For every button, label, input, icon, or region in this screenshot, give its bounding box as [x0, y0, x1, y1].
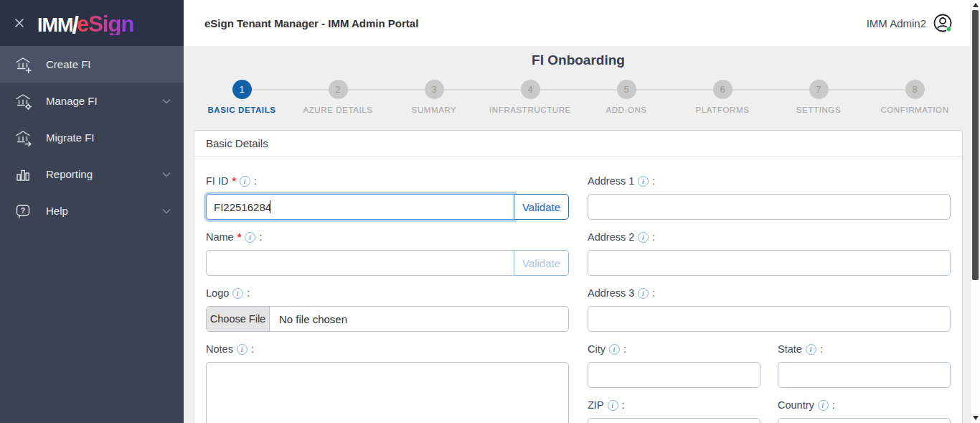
fi-id-field-group: FI ID * i : Validate	[206, 174, 569, 220]
info-icon[interactable]: i	[806, 344, 816, 355]
step-azure-details[interactable]: 2 AZURE DETAILS	[290, 78, 386, 114]
address2-input[interactable]	[588, 250, 951, 276]
wizard-stepper: 1 BASIC DETAILS 2 AZURE DETAILS 3 SUMMAR…	[194, 78, 963, 122]
app-title: eSign Tenant Manager - IMM Admin Portal	[204, 17, 418, 29]
address1-input[interactable]	[588, 194, 951, 220]
user-name: IMM Admin2	[867, 17, 926, 29]
text-cursor	[270, 200, 270, 213]
zip-field-group: ZIP i :	[588, 398, 760, 423]
fi-id-validate-button[interactable]: Validate	[514, 194, 569, 220]
sidebar-item-migrate-fi[interactable]: Migrate FI	[0, 119, 184, 156]
address3-field-group: Address 3 i :	[588, 286, 951, 332]
logo-file-input[interactable]: Choose File No file chosen	[206, 306, 569, 332]
sidebar-item-help[interactable]: ? Help	[0, 192, 184, 229]
chevron-down-icon	[162, 208, 171, 214]
sidebar-item-reporting[interactable]: Reporting	[0, 156, 184, 192]
basic-details-card: Basic Details FI ID * i : Validate	[194, 130, 963, 423]
sidebar-logo-block: IMM / eSign	[0, 0, 184, 46]
info-icon[interactable]: i	[818, 400, 829, 411]
step-number: 4	[521, 80, 540, 99]
name-input[interactable]	[206, 250, 514, 276]
address3-input[interactable]	[588, 306, 951, 332]
info-icon[interactable]: i	[638, 288, 649, 299]
step-infrastructure[interactable]: 4 INFRASTRUCTURE	[482, 78, 578, 114]
step-label: AZURE DETAILS	[303, 106, 372, 114]
scroll-down-arrow-icon[interactable]	[973, 416, 979, 420]
address1-label: Address 1 i :	[588, 174, 951, 188]
city-input[interactable]	[588, 362, 760, 388]
bank-arrow-icon	[14, 129, 32, 147]
brand-slash: /	[72, 12, 78, 37]
step-label: BASIC DETAILS	[207, 106, 275, 114]
step-label: PLATFORMS	[696, 106, 750, 114]
step-basic-details[interactable]: 1 BASIC DETAILS	[194, 78, 290, 114]
country-field-group: Country i :	[778, 398, 951, 423]
section-title: Basic Details	[194, 131, 962, 157]
required-marker: *	[237, 231, 242, 243]
sidebar-item-label: Create FI	[46, 58, 171, 70]
close-menu-icon[interactable]	[11, 15, 27, 31]
step-label: ADD-ONS	[606, 106, 646, 114]
brand-esign-text: eSign	[77, 13, 133, 35]
step-confirmation[interactable]: 8 CONFIRMATION	[867, 78, 963, 114]
scroll-up-arrow-icon[interactable]	[973, 3, 979, 7]
step-number: 8	[905, 80, 925, 99]
notes-textarea[interactable]	[206, 362, 569, 423]
step-settings[interactable]: 7 SETTINGS	[771, 78, 867, 114]
help-bubble-icon: ?	[14, 203, 32, 220]
name-validate-button[interactable]: Validate	[514, 250, 569, 276]
step-number: 5	[617, 80, 636, 99]
step-number: 2	[329, 80, 348, 99]
info-icon[interactable]: i	[608, 400, 618, 411]
country-input[interactable]	[778, 418, 951, 423]
address2-field-group: Address 2 i :	[588, 230, 951, 276]
step-platforms[interactable]: 6 PLATFORMS	[674, 78, 771, 114]
vertical-scrollbar[interactable]	[970, 0, 980, 423]
form-right-column: Address 1 i : Address 2 i :	[588, 174, 951, 423]
info-icon[interactable]: i	[638, 232, 649, 243]
chevron-down-icon	[162, 172, 171, 177]
city-label: City i :	[588, 342, 760, 356]
file-status-text: No file chosen	[270, 307, 357, 331]
sidebar-item-manage-fi[interactable]: Manage FI	[0, 83, 184, 119]
info-icon[interactable]: i	[638, 176, 649, 187]
step-number: 7	[809, 80, 829, 99]
state-input[interactable]	[778, 362, 951, 388]
info-icon[interactable]: i	[232, 288, 243, 299]
state-field-group: State i :	[778, 342, 951, 388]
zip-input[interactable]	[588, 418, 760, 423]
user-avatar-icon[interactable]	[933, 13, 953, 33]
address2-label: Address 2 i :	[588, 230, 951, 244]
address1-field-group: Address 1 i :	[588, 174, 951, 220]
main-content: FI Onboarding 1 BASIC DETAILS 2 AZURE DE…	[184, 46, 980, 423]
svg-text:?: ?	[21, 206, 25, 215]
bar-chart-icon	[14, 166, 32, 183]
brand-logo: IMM / eSign	[37, 11, 133, 35]
bank-plus-icon	[14, 56, 32, 73]
step-label: SETTINGS	[796, 106, 841, 114]
brand-imm-text: IMM	[37, 16, 72, 35]
step-label: INFRASTRUCTURE	[489, 106, 571, 114]
sidebar: IMM / eSign Create FI Manage FI	[0, 0, 184, 423]
info-icon[interactable]: i	[609, 344, 620, 355]
fi-id-input[interactable]	[206, 194, 514, 220]
info-icon[interactable]: i	[237, 344, 248, 355]
info-icon[interactable]: i	[240, 176, 250, 187]
logo-field-group: Logo i : Choose File No file chosen	[206, 286, 569, 332]
choose-file-button[interactable]: Choose File	[207, 307, 270, 331]
sidebar-item-create-fi[interactable]: Create FI	[0, 46, 184, 83]
notes-field-group: Notes i :	[206, 342, 569, 423]
scrollbar-thumb[interactable]	[972, 10, 979, 280]
bank-gear-icon	[14, 93, 32, 110]
step-number: 1	[232, 80, 252, 99]
name-label: Name * i :	[206, 230, 569, 244]
fi-id-label: FI ID * i :	[206, 174, 569, 188]
sidebar-item-label: Manage FI	[46, 95, 162, 107]
logo-label: Logo i :	[206, 286, 569, 300]
notes-label: Notes i :	[206, 342, 569, 356]
step-add-ons[interactable]: 5 ADD-ONS	[578, 78, 674, 114]
step-summary[interactable]: 3 SUMMARY	[386, 78, 482, 114]
info-icon[interactable]: i	[245, 232, 255, 243]
chevron-down-icon	[162, 98, 171, 104]
state-label: State i :	[778, 342, 951, 356]
